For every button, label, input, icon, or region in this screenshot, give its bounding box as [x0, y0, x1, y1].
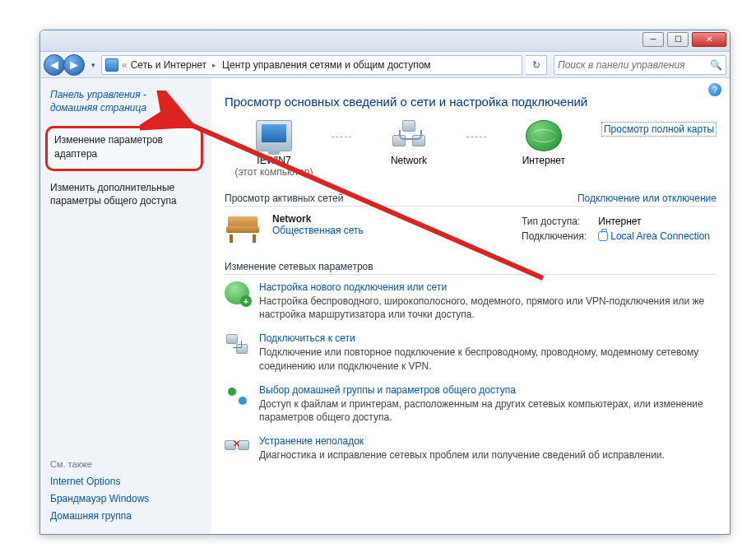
- connection-line: [466, 137, 486, 137]
- sidebar: Панель управления - домашняя страница Из…: [40, 78, 211, 534]
- homegroup-link[interactable]: Домашняя группа: [50, 510, 205, 522]
- refresh-button[interactable]: ↻: [526, 55, 547, 75]
- connection-link[interactable]: Local Area Connection: [610, 230, 710, 242]
- connect-to-network-link[interactable]: Подключиться к сети: [259, 332, 717, 344]
- full-map-link[interactable]: Просмотр полной карты: [601, 122, 717, 137]
- search-input[interactable]: [558, 59, 710, 71]
- access-type-value: Интернет: [593, 215, 715, 228]
- control-panel-home-link[interactable]: Панель управления - домашняя страница: [50, 88, 205, 114]
- ethernet-icon: [598, 231, 608, 241]
- setup-new-connection-desc: Настройка беспроводного, широкополосного…: [259, 295, 717, 321]
- navbar: ◀ ▶ ▾ « Сеть и Интернет ▸ Центр управлен…: [40, 52, 730, 78]
- access-type-label: Тип доступа:: [517, 215, 591, 228]
- globe-icon: [526, 120, 562, 151]
- connection-line: [332, 137, 351, 137]
- homegroup-sharing-link[interactable]: Выбор домашней группы и параметров общег…: [259, 384, 717, 396]
- internet-options-link[interactable]: Internet Options: [50, 476, 205, 487]
- node-internet: Интернет: [494, 120, 593, 166]
- change-sharing-settings-link[interactable]: Изменить дополнительные параметры общего…: [50, 181, 205, 207]
- address-bar[interactable]: « Сеть и Интернет ▸ Центр управления сет…: [101, 55, 522, 75]
- back-button[interactable]: ◀: [44, 54, 65, 76]
- network-details-table: Тип доступа: Интернет Подключения: Local…: [515, 213, 717, 244]
- change-adapter-settings-link[interactable]: Изменение параметров адаптера: [45, 126, 203, 170]
- search-box[interactable]: 🔍: [554, 55, 726, 75]
- homegroup-icon: [225, 384, 249, 407]
- computer-icon: [256, 120, 292, 151]
- network-settings-heading: Изменение сетевых параметров: [225, 261, 717, 275]
- connect-disconnect-link[interactable]: Подключение или отключение: [577, 193, 717, 204]
- close-button[interactable]: ✕: [692, 32, 726, 47]
- node-this-computer: IEWIN7 (этот компьютер): [225, 120, 323, 178]
- network-icon: [391, 120, 427, 151]
- new-connection-icon: [225, 281, 249, 304]
- breadcrumb-network-center[interactable]: Центр управления сетями и общим доступом: [222, 59, 431, 71]
- windows-firewall-link[interactable]: Брандмауэр Windows: [50, 493, 205, 504]
- node-network: Network: [359, 120, 458, 166]
- network-map: IEWIN7 (этот компьютер) Network Интернет…: [225, 120, 717, 178]
- troubleshoot-desc: Диагностика и исправление сетевых пробле…: [259, 448, 665, 462]
- setup-new-connection-link[interactable]: Настройка нового подключения или сети: [259, 281, 717, 293]
- window-frame: ─ ☐ ✕ ◀ ▶ ▾ « Сеть и Интернет ▸ Центр уп…: [39, 30, 730, 535]
- breadcrumb-network-internet[interactable]: Сеть и Интернет: [131, 59, 206, 71]
- main-content: ? Просмотр основных сведений о сети и на…: [211, 78, 730, 534]
- see-also-heading: См. также: [50, 459, 205, 469]
- homegroup-sharing-desc: Доступ к файлам и принтерам, расположенн…: [259, 397, 717, 424]
- network-name: Network: [272, 213, 364, 225]
- connections-label: Подключения:: [517, 230, 591, 243]
- connect-to-network-desc: Подключение или повторное подключение к …: [259, 346, 717, 372]
- troubleshoot-icon: [225, 435, 249, 458]
- search-icon: 🔍: [710, 59, 722, 71]
- page-title: Просмотр основных сведений о сети и наст…: [225, 95, 717, 109]
- control-panel-icon: [105, 58, 118, 72]
- active-networks-heading: Просмотр активных сетей Подключение или …: [225, 193, 717, 207]
- history-dropdown[interactable]: ▾: [88, 54, 98, 76]
- titlebar[interactable]: ─ ☐ ✕: [40, 30, 730, 52]
- troubleshoot-link[interactable]: Устранение неполадок: [259, 435, 665, 447]
- forward-button[interactable]: ▶: [63, 54, 85, 76]
- connect-network-icon: [225, 332, 249, 355]
- minimize-button[interactable]: ─: [642, 32, 664, 47]
- maximize-button[interactable]: ☐: [667, 32, 689, 47]
- chevron-right-icon[interactable]: ▸: [210, 61, 219, 69]
- network-type-link[interactable]: Общественная сеть: [272, 225, 364, 236]
- public-network-icon: [225, 215, 261, 243]
- help-icon[interactable]: ?: [708, 83, 721, 96]
- breadcrumb-root: «: [122, 59, 128, 71]
